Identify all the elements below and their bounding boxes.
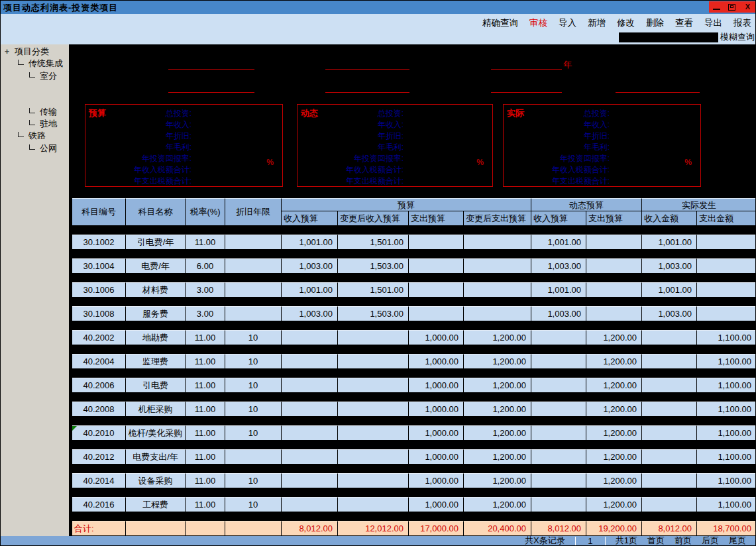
table-row[interactable]: 40.2008机柜采购11.00101,000.001,200.001,200.… xyxy=(72,402,756,416)
totals-cell: 17,000.00 xyxy=(408,521,463,535)
tree-label: 传输 xyxy=(40,106,57,118)
table-row[interactable]: 40.2016工程费11.00101,000.001,200.001,200.0… xyxy=(72,497,756,512)
close-button[interactable]: X xyxy=(741,2,754,12)
add-button[interactable]: 新增 xyxy=(588,17,606,29)
expand-icon[interactable]: + xyxy=(5,47,9,56)
table-cell: 桅杆/美化采购 xyxy=(125,425,185,440)
panel-field-label: 年毛利: xyxy=(504,142,610,153)
table-cell: 1,200.00 xyxy=(586,378,641,392)
totals-cell xyxy=(185,521,225,535)
first-page-button[interactable]: 首页 xyxy=(647,535,665,546)
table-cell: 1,001.00 xyxy=(281,282,337,297)
table-row[interactable]: 30.1004电费/年6.001,003.001,503.001,003.001… xyxy=(72,258,756,273)
exact-query-button[interactable]: 精确查询 xyxy=(482,17,518,29)
percent-symbol: % xyxy=(476,158,484,167)
modify-button[interactable]: 修改 xyxy=(617,17,635,29)
page-number-input[interactable]: 1 xyxy=(586,536,595,546)
fuzzy-query-button[interactable]: 模糊查询 xyxy=(720,31,755,43)
separator xyxy=(605,537,606,545)
table-cell xyxy=(408,282,463,297)
table-cell: 1,003.00 xyxy=(531,258,586,273)
panel-field-label: 年毛利: xyxy=(297,142,404,153)
table-cell: 11.00 xyxy=(185,402,225,416)
table-cell xyxy=(337,449,408,464)
table-row[interactable]: 30.1008服务费3.001,003.001,503.001,003.001,… xyxy=(72,306,756,321)
field-underline xyxy=(325,92,409,93)
table-cell xyxy=(337,425,408,440)
panel-field-label: 年投资回报率: xyxy=(297,153,404,164)
table-cell: 1,200.00 xyxy=(586,425,641,440)
branch-icon xyxy=(29,120,35,125)
page-total-label: 共1页 xyxy=(616,535,637,546)
table-cell: 监理费 xyxy=(125,354,185,368)
last-page-button[interactable]: 尾页 xyxy=(729,535,746,546)
table-cell: 1,100.00 xyxy=(696,473,756,488)
view-button[interactable]: 查看 xyxy=(675,17,693,29)
table-cell xyxy=(531,354,586,368)
table-cell: 电费/年 xyxy=(125,258,185,273)
group-header-dynamic-budget: 动态预算 xyxy=(531,198,641,211)
delete-button[interactable]: 删除 xyxy=(646,17,664,29)
table-cell: 引电费/年 xyxy=(125,235,185,249)
tree-item-railway[interactable]: 铁路 xyxy=(18,131,46,140)
totals-cell: 8,012.00 xyxy=(531,521,586,535)
table-row[interactable]: 40.2012电费支出/年11.001,000.001,200.001,200.… xyxy=(72,449,756,464)
table-cell xyxy=(531,425,586,440)
restore-button[interactable] xyxy=(726,2,739,12)
table-cell: 1,003.00 xyxy=(641,306,696,321)
table-cell: 1,503.00 xyxy=(337,258,408,273)
table-row[interactable]: 30.1002引电费/年11.001,001.001,501.001,001.0… xyxy=(72,235,756,249)
table-cell: 40.2016 xyxy=(72,497,125,512)
tree-label: 铁路 xyxy=(28,130,46,142)
minimize-button[interactable] xyxy=(710,2,724,12)
table-cell xyxy=(586,258,641,273)
table-row[interactable]: 40.2002地勘费11.00101,000.001,200.001,200.0… xyxy=(72,330,756,345)
group-header-budget: 预算 xyxy=(281,198,531,211)
table-cell: 1,200.00 xyxy=(586,473,641,488)
table-cell xyxy=(337,402,408,416)
subject-table: 科目编号 科目名称 税率(%) 折旧年限 预算 动态预算 实际发生 收入预算 变… xyxy=(72,198,756,535)
panel-field-label: 总投资: xyxy=(504,108,610,119)
col-header-tax-rate: 税率(%) xyxy=(185,198,225,225)
table-cell: 工程费 xyxy=(125,497,185,512)
table-cell: 机柜采购 xyxy=(125,402,185,416)
tree-item-station[interactable]: 驻地 xyxy=(29,119,57,129)
table-cell xyxy=(337,378,408,392)
table-row[interactable]: 40.2006引电费11.00101,000.001,200.001,200.0… xyxy=(72,378,756,392)
tree-label: 项目分类 xyxy=(15,46,49,58)
prev-page-button[interactable]: 前页 xyxy=(675,535,692,546)
table-cell: 材料费 xyxy=(125,282,185,297)
table-cell: 1,003.00 xyxy=(531,306,586,321)
tree-item-transmission[interactable]: 传输 xyxy=(29,107,57,117)
main-form-area: 年 预算 总投资:年收入:年折旧:年毛利:年投资回报率:年收入税额合计:年支出税… xyxy=(70,44,756,536)
next-page-button[interactable]: 后页 xyxy=(702,535,719,546)
percent-symbol: % xyxy=(684,158,692,167)
table-cell: 1,003.00 xyxy=(281,306,337,321)
table-row[interactable]: 40.2004监理费11.00101,000.001,200.001,200.0… xyxy=(72,354,756,368)
report-button[interactable]: 报表 xyxy=(733,17,751,29)
panel-field-label: 年毛利: xyxy=(85,142,191,153)
tree-item-public-network[interactable]: 公网 xyxy=(29,143,57,153)
tree-label: 驻地 xyxy=(40,118,57,130)
table-cell xyxy=(281,473,337,488)
table-row[interactable]: 40.2014设备采购11.00101,000.001,200.001,200.… xyxy=(72,473,756,488)
search-input[interactable] xyxy=(619,32,718,42)
tree-item-traditional-integration[interactable]: 传统集成 xyxy=(18,58,63,68)
panel-field-label: 年收入税额合计: xyxy=(504,164,610,176)
import-button[interactable]: 导入 xyxy=(559,17,576,29)
table-row[interactable]: 40.2010桅杆/美化采购11.00101,000.001,200.001,2… xyxy=(72,425,756,440)
export-button[interactable]: 导出 xyxy=(704,17,722,29)
table-cell: 10 xyxy=(225,425,281,440)
audit-button[interactable]: 审核 xyxy=(529,17,547,29)
panel-field-label: 年折旧: xyxy=(85,131,191,142)
tree-item-indoor[interactable]: 室分 xyxy=(29,71,57,81)
sub-header-income-budget: 收入预算 xyxy=(281,211,337,225)
table-cell xyxy=(586,306,641,321)
tree-root-project-category[interactable]: + 项目分类 xyxy=(5,46,49,56)
table-row[interactable]: 30.1006材料费3.001,001.001,501.001,001.001,… xyxy=(72,282,756,297)
table-cell: 1,000.00 xyxy=(408,449,463,464)
sub-header-actual-expense: 支出金额 xyxy=(696,211,756,225)
table-cell xyxy=(463,282,531,297)
totals-cell: 8,012.00 xyxy=(281,521,337,535)
table-cell: 1,100.00 xyxy=(696,425,756,440)
